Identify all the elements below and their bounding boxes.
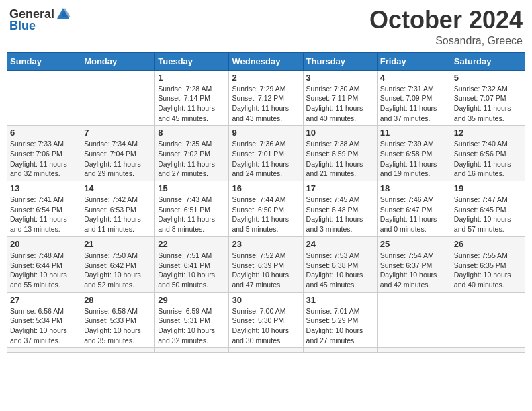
col-saturday: Saturday: [451, 52, 525, 70]
table-row: 25Sunrise: 7:54 AMSunset: 6:37 PMDayligh…: [377, 236, 451, 292]
day-info: Sunrise: 7:43 AMSunset: 6:51 PMDaylight:…: [158, 195, 226, 234]
day-number: 18: [380, 183, 448, 193]
day-number: 4: [380, 73, 448, 83]
table-row: 27Sunrise: 6:56 AMSunset: 5:34 PMDayligh…: [7, 292, 81, 348]
calendar-table: Sunday Monday Tuesday Wednesday Thursday…: [7, 52, 525, 353]
day-number: 3: [306, 73, 374, 83]
day-info: Sunrise: 7:53 AMSunset: 6:38 PMDaylight:…: [306, 250, 374, 290]
day-number: 26: [454, 239, 522, 249]
day-number: 21: [84, 239, 152, 249]
day-info: Sunrise: 7:38 AMSunset: 6:59 PMDaylight:…: [306, 139, 374, 179]
table-row: 23Sunrise: 7:52 AMSunset: 6:39 PMDayligh…: [229, 236, 303, 292]
day-number: 12: [454, 128, 522, 138]
day-info: Sunrise: 7:44 AMSunset: 6:50 PMDaylight:…: [232, 195, 300, 234]
logo-icon: [56, 7, 71, 21]
day-info: Sunrise: 7:51 AMSunset: 6:41 PMDaylight:…: [158, 250, 226, 290]
table-row: 17Sunrise: 7:45 AMSunset: 6:48 PMDayligh…: [303, 181, 377, 237]
calendar-row: 27Sunrise: 6:56 AMSunset: 5:34 PMDayligh…: [7, 292, 525, 348]
calendar-row: 6Sunrise: 7:33 AMSunset: 7:06 PMDaylight…: [7, 126, 525, 181]
day-number: 15: [158, 183, 226, 193]
day-info: Sunrise: 7:50 AMSunset: 6:42 PMDaylight:…: [84, 250, 152, 290]
day-info: Sunrise: 7:48 AMSunset: 6:44 PMDaylight:…: [10, 250, 78, 290]
day-info: Sunrise: 7:34 AMSunset: 7:04 PMDaylight:…: [84, 139, 152, 179]
table-row: 16Sunrise: 7:44 AMSunset: 6:50 PMDayligh…: [229, 181, 303, 237]
table-row: [229, 348, 303, 353]
calendar-row: [7, 348, 525, 353]
day-info: Sunrise: 7:45 AMSunset: 6:48 PMDaylight:…: [306, 195, 374, 234]
table-row: 19Sunrise: 7:47 AMSunset: 6:45 PMDayligh…: [451, 181, 525, 237]
day-number: 25: [380, 239, 448, 249]
day-info: Sunrise: 7:46 AMSunset: 6:47 PMDaylight:…: [380, 195, 448, 234]
title-block: October 2024 Sosandra, Greece: [369, 7, 523, 47]
calendar-header-row: Sunday Monday Tuesday Wednesday Thursday…: [7, 52, 525, 70]
table-row: 7Sunrise: 7:34 AMSunset: 7:04 PMDaylight…: [81, 126, 155, 181]
day-number: 6: [10, 128, 78, 138]
location-title: Sosandra, Greece: [369, 35, 523, 47]
table-row: 5Sunrise: 7:32 AMSunset: 7:07 PMDaylight…: [451, 70, 525, 126]
table-row: 31Sunrise: 7:01 AMSunset: 5:29 PMDayligh…: [303, 292, 377, 348]
day-info: Sunrise: 7:36 AMSunset: 7:01 PMDaylight:…: [232, 139, 300, 179]
day-number: 16: [232, 183, 300, 193]
day-info: Sunrise: 7:28 AMSunset: 7:14 PMDaylight:…: [158, 84, 226, 124]
calendar-row: 1Sunrise: 7:28 AMSunset: 7:14 PMDaylight…: [7, 70, 525, 126]
table-row: 18Sunrise: 7:46 AMSunset: 6:47 PMDayligh…: [377, 181, 451, 237]
day-number: 31: [306, 295, 374, 305]
table-row: 2Sunrise: 7:29 AMSunset: 7:12 PMDaylight…: [229, 70, 303, 126]
day-number: 7: [84, 128, 152, 138]
table-row: [451, 348, 525, 353]
day-info: Sunrise: 6:58 AMSunset: 5:33 PMDaylight:…: [84, 306, 152, 346]
table-row: [303, 348, 377, 353]
table-row: [377, 348, 451, 353]
day-number: 10: [306, 128, 374, 138]
table-row: 9Sunrise: 7:36 AMSunset: 7:01 PMDaylight…: [229, 126, 303, 181]
table-row: [7, 70, 81, 126]
day-number: 9: [232, 128, 300, 138]
calendar-row: 13Sunrise: 7:41 AMSunset: 6:54 PMDayligh…: [7, 181, 525, 237]
day-number: 8: [158, 128, 226, 138]
day-number: 23: [232, 239, 300, 249]
col-tuesday: Tuesday: [155, 52, 229, 70]
day-info: Sunrise: 7:32 AMSunset: 7:07 PMDaylight:…: [454, 84, 522, 124]
table-row: 4Sunrise: 7:31 AMSunset: 7:09 PMDaylight…: [377, 70, 451, 126]
day-number: 19: [454, 183, 522, 193]
calendar-row: 20Sunrise: 7:48 AMSunset: 6:44 PMDayligh…: [7, 236, 525, 292]
day-info: Sunrise: 7:00 AMSunset: 5:30 PMDaylight:…: [232, 306, 300, 346]
day-info: Sunrise: 6:56 AMSunset: 5:34 PMDaylight:…: [10, 306, 78, 346]
day-number: 29: [158, 295, 226, 305]
day-number: 22: [158, 239, 226, 249]
logo: General Blue: [9, 7, 71, 33]
table-row: 1Sunrise: 7:28 AMSunset: 7:14 PMDaylight…: [155, 70, 229, 126]
day-info: Sunrise: 7:52 AMSunset: 6:39 PMDaylight:…: [232, 250, 300, 290]
table-row: 8Sunrise: 7:35 AMSunset: 7:02 PMDaylight…: [155, 126, 229, 181]
table-row: 26Sunrise: 7:55 AMSunset: 6:35 PMDayligh…: [451, 236, 525, 292]
day-number: 17: [306, 183, 374, 193]
table-row: 13Sunrise: 7:41 AMSunset: 6:54 PMDayligh…: [7, 181, 81, 237]
table-row: [155, 348, 229, 353]
table-row: 14Sunrise: 7:42 AMSunset: 6:53 PMDayligh…: [81, 181, 155, 237]
table-row: 21Sunrise: 7:50 AMSunset: 6:42 PMDayligh…: [81, 236, 155, 292]
day-number: 28: [84, 295, 152, 305]
day-info: Sunrise: 7:29 AMSunset: 7:12 PMDaylight:…: [232, 84, 300, 124]
day-info: Sunrise: 7:39 AMSunset: 6:58 PMDaylight:…: [380, 139, 448, 179]
day-number: 11: [380, 128, 448, 138]
table-row: 3Sunrise: 7:30 AMSunset: 7:11 PMDaylight…: [303, 70, 377, 126]
table-row: 12Sunrise: 7:40 AMSunset: 6:56 PMDayligh…: [451, 126, 525, 181]
table-row: [451, 292, 525, 348]
col-wednesday: Wednesday: [229, 52, 303, 70]
col-thursday: Thursday: [303, 52, 377, 70]
table-row: [7, 348, 81, 353]
col-monday: Monday: [81, 52, 155, 70]
day-number: 1: [158, 73, 226, 83]
day-info: Sunrise: 7:33 AMSunset: 7:06 PMDaylight:…: [10, 139, 78, 179]
table-row: [81, 348, 155, 353]
table-row: 22Sunrise: 7:51 AMSunset: 6:41 PMDayligh…: [155, 236, 229, 292]
col-sunday: Sunday: [7, 52, 81, 70]
table-row: 24Sunrise: 7:53 AMSunset: 6:38 PMDayligh…: [303, 236, 377, 292]
day-info: Sunrise: 7:31 AMSunset: 7:09 PMDaylight:…: [380, 84, 448, 124]
day-number: 24: [306, 239, 374, 249]
day-info: Sunrise: 7:40 AMSunset: 6:56 PMDaylight:…: [454, 139, 522, 179]
day-number: 27: [10, 295, 78, 305]
day-number: 2: [232, 73, 300, 83]
logo-blue: Blue: [9, 19, 36, 33]
table-row: 6Sunrise: 7:33 AMSunset: 7:06 PMDaylight…: [7, 126, 81, 181]
